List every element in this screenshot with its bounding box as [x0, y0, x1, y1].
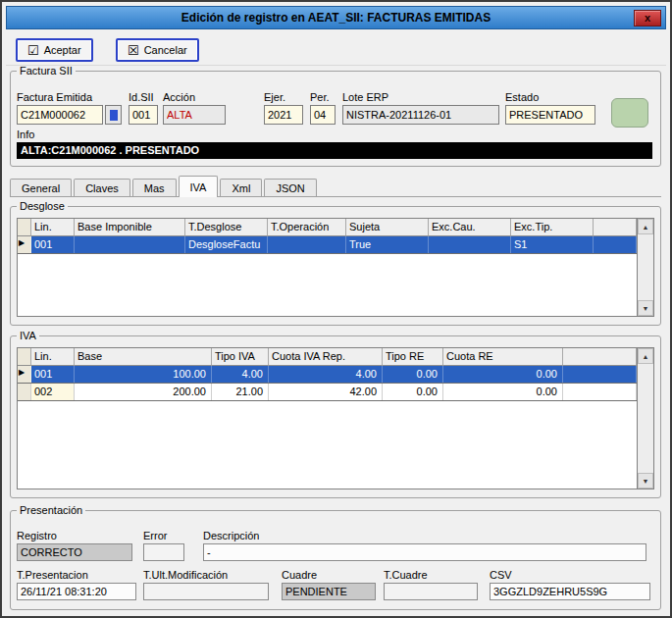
column-header-filler [594, 219, 637, 236]
titlebar: Edición de registro en AEAT_SII: FACTURA… [6, 6, 666, 29]
t-ult-modificacion-value [143, 583, 269, 600]
cell-base: 100.00 [75, 366, 212, 383]
column-header-lin: Lin. [31, 348, 75, 366]
desglose-group: Desglose Lin. Base Imponible T.Desglose … [10, 200, 661, 326]
cuadre-value: PENDIENTE [282, 583, 376, 600]
desglose-empty-area [18, 254, 637, 316]
column-header-base: Base [75, 348, 212, 366]
cell-base-imponible [75, 236, 185, 253]
estado-input[interactable] [505, 105, 595, 125]
scroll-up-icon[interactable]: ▲ [638, 348, 653, 364]
iva-group: IVA Lin. Base Tipo IVA Cuota IVA Rep. Ti… [10, 330, 661, 498]
tab-general[interactable]: General [10, 179, 72, 196]
cell-tipo-re: 0.00 [383, 384, 443, 400]
estado-label: Estado [505, 91, 539, 103]
tab-json[interactable]: JSON [264, 179, 316, 196]
dialog-window: Edición de registro en AEAT_SII: FACTURA… [0, 0, 672, 618]
cell-filler [594, 236, 637, 253]
t-cuadre-value [384, 583, 478, 600]
lote-erp-label: Lote ERP [342, 91, 388, 103]
cell-cuota-re: 0.00 [443, 384, 563, 400]
cell-filler [563, 384, 637, 400]
scroll-down-icon[interactable]: ▼ [638, 473, 653, 489]
column-header-exc-tip: Exc.Tip. [511, 219, 594, 236]
info-bar: ALTA:C21M000062 . PRESENTADO [17, 142, 652, 159]
ejer-label: Ejer. [264, 91, 285, 103]
column-header-tipo-iva: Tipo IVA [212, 348, 269, 366]
column-header-cuota-iva-rep: Cuota IVA Rep. [269, 348, 383, 366]
tab-iva[interactable]: IVA [179, 176, 219, 197]
column-header-filler [563, 348, 637, 366]
current-row-pointer-icon: ▶ [18, 366, 31, 383]
factura-sii-group: Factura SII Factura Emitida Id.SII Acció… [10, 65, 661, 167]
accept-button-label: Aceptar [44, 44, 81, 56]
presentacion-legend: Presentación [17, 504, 85, 516]
id-sii-label: Id.SII [129, 91, 154, 103]
column-header-cuota-re: Cuota RE [443, 348, 563, 366]
desglose-row-001[interactable]: ▶ 001 DesgloseFactu True S1 [18, 236, 637, 254]
accion-input[interactable] [163, 105, 226, 125]
desglose-table: Lin. Base Imponible T.Desglose T.Operaci… [17, 218, 654, 317]
tab-claves[interactable]: Claves [74, 179, 130, 196]
cuadre-label: Cuadre [282, 569, 317, 581]
tab-xml[interactable]: Xml [220, 179, 262, 196]
info-label: Info [17, 129, 34, 140]
scroll-up-icon[interactable]: ▲ [638, 219, 653, 234]
accept-button[interactable]: ☑ Aceptar [16, 38, 93, 62]
per-input[interactable] [310, 105, 336, 125]
id-sii-input[interactable] [129, 105, 158, 125]
accion-label: Acción [163, 91, 195, 103]
per-label: Per. [310, 91, 330, 103]
iva-scrollbar[interactable]: ▲ ▼ [637, 348, 653, 489]
desglose-header-row: Lin. Base Imponible T.Desglose T.Operaci… [18, 219, 637, 236]
indicator-column-header [18, 348, 31, 366]
cell-exc-cau [429, 236, 511, 253]
ejer-input[interactable] [264, 105, 303, 125]
tab-strip: General Claves Mas IVA Xml JSON [10, 175, 661, 197]
t-presentacion-value: 26/11/21 08:31:20 [17, 583, 136, 600]
registro-value: CORRECTO [17, 543, 132, 561]
cell-tipo-iva: 4.00 [212, 366, 269, 383]
cell-cuota-iva-rep: 42.00 [269, 384, 383, 400]
current-row-pointer-icon: ▶ [18, 236, 31, 253]
factura-emitida-input[interactable] [17, 105, 103, 125]
iva-row-001[interactable]: ▶ 001 100.00 4.00 4.00 0.00 0.00 [18, 366, 637, 384]
factura-emitida-label: Factura Emitida [17, 91, 92, 103]
descripcion-value: - [203, 543, 646, 561]
tab-mas[interactable]: Mas [132, 179, 177, 196]
iva-legend: IVA [17, 330, 39, 341]
close-button[interactable]: x [634, 10, 661, 26]
desglose-scrollbar[interactable]: ▲ ▼ [637, 219, 653, 316]
cell-sujeta: True [346, 236, 429, 253]
row-indicator-cell [18, 384, 31, 400]
csv-label: CSV [490, 569, 512, 581]
desglose-grid: Lin. Base Imponible T.Desglose T.Operaci… [18, 219, 637, 316]
presentacion-group: Presentación Registro CORRECTO Error Des… [10, 504, 661, 610]
column-header-sujeta: Sujeta [346, 219, 429, 236]
cell-exc-tip: S1 [511, 236, 594, 253]
cell-tipo-re: 0.00 [383, 366, 443, 383]
iva-header-row: Lin. Base Tipo IVA Cuota IVA Rep. Tipo R… [18, 348, 637, 366]
cell-t-operacion [268, 236, 346, 253]
indicator-column-header [18, 219, 31, 236]
window-title: Edición de registro en AEAT_SII: FACTURA… [181, 11, 491, 25]
toolbar: ☑ Aceptar ☒ Cancelar [6, 32, 666, 66]
t-presentacion-label: T.Presentacion [17, 569, 88, 581]
checkbox-check-icon: ☑ [27, 44, 39, 57]
iva-row-002[interactable]: 002 200.00 21.00 42.00 0.00 0.00 [18, 384, 637, 401]
column-header-exc-cau: Exc.Cau. [429, 219, 511, 236]
cancel-button-label: Cancelar [144, 44, 187, 56]
cancel-button[interactable]: ☒ Cancelar [116, 38, 199, 62]
column-header-t-desglose: T.Desglose [185, 219, 268, 236]
cell-cuota-re: 0.00 [443, 366, 563, 383]
scroll-down-icon[interactable]: ▼ [638, 300, 653, 316]
cell-cuota-iva-rep: 4.00 [269, 366, 383, 383]
t-ult-modificacion-label: T.Ult.Modificación [143, 569, 228, 581]
csv-value: 3GGZLD9ZEHRU5S9G [490, 583, 650, 600]
iva-grid: Lin. Base Tipo IVA Cuota IVA Rep. Tipo R… [18, 348, 637, 489]
cell-lin: 001 [31, 236, 75, 253]
iva-empty-area [18, 401, 637, 489]
lookup-button[interactable] [105, 105, 122, 125]
error-value [143, 543, 184, 561]
lote-erp-input[interactable] [342, 105, 499, 125]
